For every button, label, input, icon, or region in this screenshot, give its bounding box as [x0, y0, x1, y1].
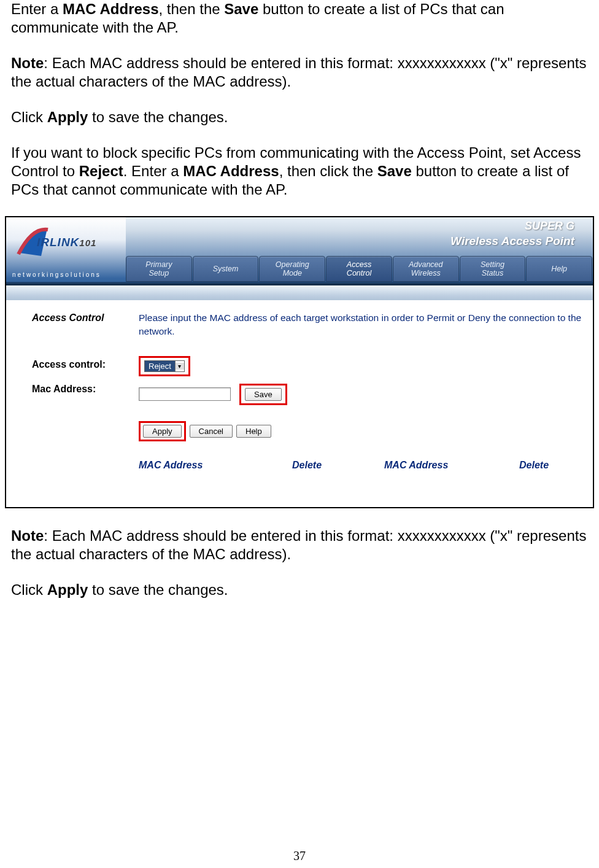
nav-underbar-gradient — [6, 285, 593, 300]
instruction-text: Please input the MAC address of each tar… — [139, 311, 587, 338]
logo-text: IRLINK101 — [37, 236, 96, 249]
banner-title-super-g: SUPER G — [525, 220, 574, 233]
header-delete-2: Delete — [519, 460, 587, 471]
label-mac-address: Mac Address: — [32, 384, 96, 394]
document-body-lower: Note: Each MAC address should be entered… — [0, 527, 599, 599]
tab-system[interactable]: System — [193, 256, 259, 282]
logo-subtitle: networkingsolutions — [12, 271, 101, 278]
button-row: Apply Cancel Help — [139, 421, 587, 441]
highlight-reject-dropdown: Reject ▾ — [139, 356, 190, 376]
paragraph-enter-mac: Enter a MAC Address, then the Save butto… — [11, 0, 588, 37]
paragraph-apply-1: Click Apply to save the changes. — [11, 108, 588, 126]
access-control-screenshot: IRLINK101 networkingsolutions SUPER G Wi… — [5, 216, 594, 508]
nav-tabs: PrimarySetup System OperatingMode Access… — [126, 256, 593, 282]
highlight-apply-button: Apply — [139, 421, 186, 441]
label-access-control: Access control: — [32, 359, 106, 370]
paragraph-note-1: Note: Each MAC address should be entered… — [11, 54, 588, 91]
mac-address-input[interactable] — [139, 387, 231, 401]
side-labels: Access Control Access control: Mac Addre… — [6, 300, 134, 507]
header-delete-1: Delete — [292, 460, 360, 471]
banner-subtitle: Wireless Access Point — [450, 234, 574, 248]
header-mac-2: MAC Address — [384, 460, 495, 471]
tab-help[interactable]: Help — [526, 256, 592, 282]
highlight-save-button: Save — [239, 384, 287, 405]
header-banner: IRLINK101 networkingsolutions SUPER G Wi… — [6, 217, 593, 282]
page-number: 37 — [0, 849, 599, 863]
mac-address-row: Save — [139, 382, 587, 406]
access-control-dropdown[interactable]: Reject ▾ — [144, 360, 185, 372]
document-body: Enter a MAC Address, then the Save butto… — [0, 0, 599, 199]
logo-area: IRLINK101 networkingsolutions — [6, 217, 126, 282]
tab-advanced-wireless[interactable]: AdvancedWireless — [393, 256, 459, 282]
dropdown-value: Reject — [145, 361, 176, 371]
cancel-button[interactable]: Cancel — [190, 425, 233, 438]
help-button[interactable]: Help — [236, 425, 271, 438]
save-button[interactable]: Save — [245, 388, 282, 401]
apply-button[interactable]: Apply — [143, 425, 182, 438]
main-column: Please input the MAC address of each tar… — [134, 300, 593, 507]
chevron-down-icon: ▾ — [176, 363, 184, 370]
tab-access-control[interactable]: AccessControl — [326, 256, 392, 282]
paragraph-reject: If you want to block specific PCs from c… — [11, 144, 588, 199]
header-mac-1: MAC Address — [139, 460, 268, 471]
tab-setting-status[interactable]: SettingStatus — [460, 256, 526, 282]
tab-primary-setup[interactable]: PrimarySetup — [126, 256, 192, 282]
access-control-row: Reject ▾ — [139, 354, 587, 378]
mac-table-headers: MAC Address Delete MAC Address Delete — [139, 460, 587, 471]
tab-operating-mode[interactable]: OperatingMode — [259, 256, 325, 282]
paragraph-apply-2: Click Apply to save the changes. — [11, 581, 588, 599]
section-heading: Access Control — [32, 312, 104, 323]
screenshot-body: Access Control Access control: Mac Addre… — [6, 300, 593, 507]
paragraph-note-2: Note: Each MAC address should be entered… — [11, 527, 588, 564]
